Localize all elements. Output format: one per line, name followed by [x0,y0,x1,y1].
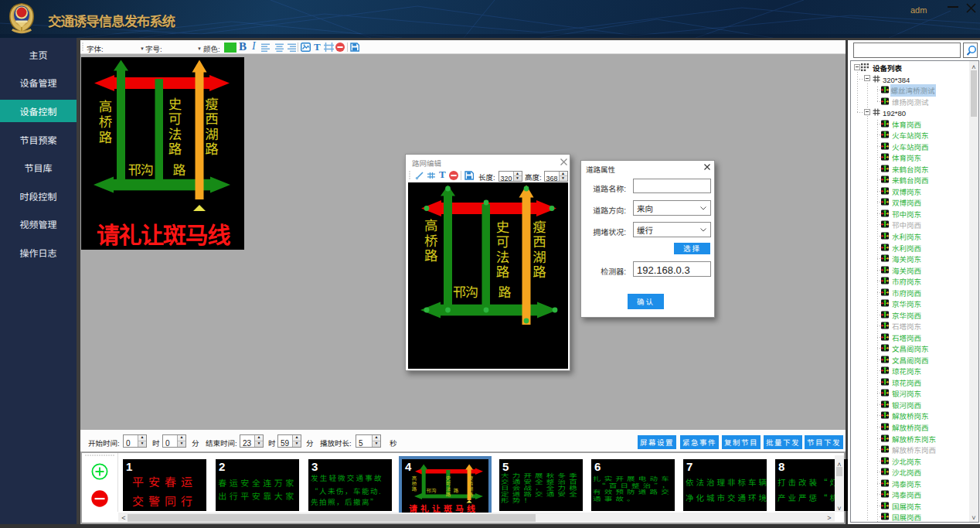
svg-text:请礼让斑马线: 请礼让斑马线 [409,501,478,513]
svg-text:路: 路 [533,261,546,281]
svg-text:路: 路 [446,490,451,498]
svg-text:路: 路 [168,138,182,158]
svg-text:邗沟: 邗沟 [427,486,437,494]
svg-text:邗沟: 邗沟 [453,281,478,301]
svg-text:路: 路 [468,490,474,498]
svg-text:请礼让斑马线: 请礼让斑马线 [97,216,230,250]
svg-text:路: 路 [454,486,459,494]
svg-text:路: 路 [99,127,113,146]
svg-text:路: 路 [172,159,185,179]
svg-text:路: 路 [424,245,438,264]
svg-text:路: 路 [499,281,512,301]
svg-text:路: 路 [496,261,510,281]
svg-text:邗沟: 邗沟 [128,159,153,179]
svg-text:路: 路 [412,485,417,492]
svg-text:路: 路 [205,138,219,158]
